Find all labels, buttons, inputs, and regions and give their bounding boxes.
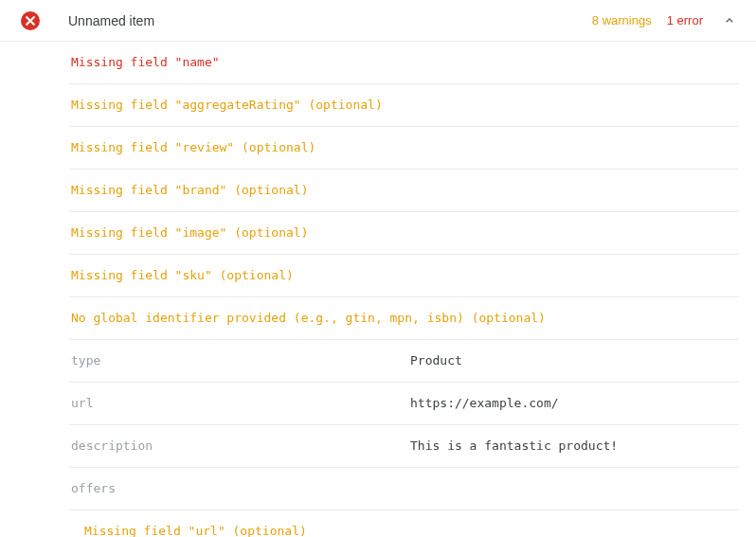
validation-message: Missing field "sku" (optional) <box>69 255 739 297</box>
property-value: Product <box>410 352 739 369</box>
validation-message: Missing field "aggregateRating" (optiona… <box>69 84 739 127</box>
validation-message: Missing field "review" (optional) <box>69 127 739 170</box>
validation-message: Missing field "url" (optional) <box>69 510 739 537</box>
error-icon <box>21 11 40 30</box>
property-value: This is a fantastic product! <box>410 438 739 455</box>
warnings-count: 8 warnings <box>592 13 652 27</box>
property-value: https://example.com/ <box>410 395 739 412</box>
property-key: type <box>71 352 410 369</box>
errors-count: 1 error <box>667 13 703 27</box>
property-key: url <box>71 395 410 412</box>
property-row-offers: offers <box>69 468 739 510</box>
validation-message: Missing field "name" <box>69 42 739 84</box>
property-row: url https://example.com/ <box>69 383 739 425</box>
validation-message: Missing field "image" (optional) <box>69 212 739 255</box>
property-key: description <box>71 438 410 455</box>
validation-message: Missing field "brand" (optional) <box>69 170 739 212</box>
issue-counts: 8 warnings 1 error <box>592 13 703 27</box>
property-row: description This is a fantastic product! <box>69 425 739 468</box>
item-details: Missing field "name" Missing field "aggr… <box>0 42 756 537</box>
validation-item-panel: Unnamed item 8 warnings 1 error Missing … <box>0 0 756 537</box>
validation-message: No global identifier provided (e.g., gti… <box>69 297 739 340</box>
property-value <box>410 480 739 497</box>
property-key: offers <box>71 480 410 497</box>
item-title: Unnamed item <box>68 13 592 28</box>
chevron-up-icon[interactable] <box>720 11 739 30</box>
property-row: type Product <box>69 340 739 383</box>
item-header[interactable]: Unnamed item 8 warnings 1 error <box>0 0 756 42</box>
